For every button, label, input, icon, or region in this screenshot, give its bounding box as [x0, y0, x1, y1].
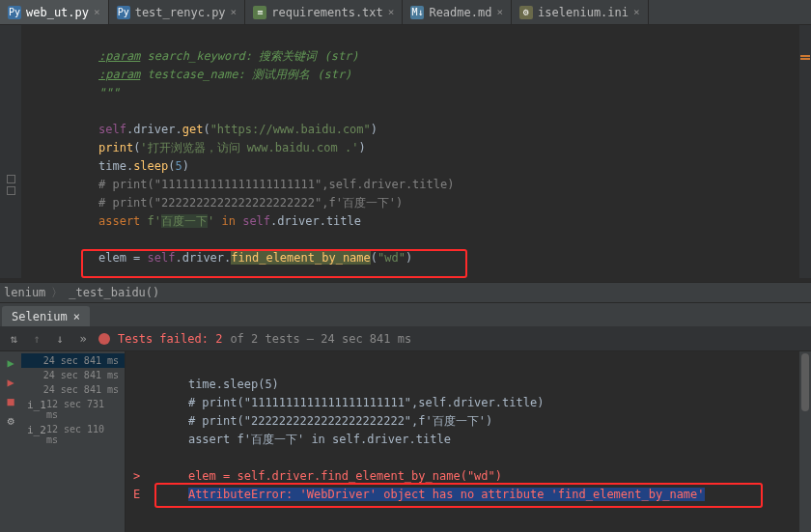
- close-icon[interactable]: ×: [94, 6, 100, 18]
- docstring-end: """: [98, 86, 120, 99]
- run-panel-tab[interactable]: Selenium ×: [2, 306, 90, 326]
- rerun-failed-icon[interactable]: ▶: [3, 375, 18, 390]
- close-icon[interactable]: ×: [231, 6, 238, 18]
- output-line: elem = self.driver.find_element_by_name(…: [188, 469, 502, 483]
- output-line: # print("2222222222222222222222",f'百度一下'…: [188, 414, 492, 428]
- down-arrow-icon[interactable]: ↓: [52, 331, 68, 347]
- tree-label: i_1: [27, 399, 46, 420]
- tab-requirements[interactable]: ≡ requirements.txt ×: [245, 0, 403, 24]
- code-text: .driver.: [126, 123, 182, 136]
- editor-tabs: Py web_ut.py × Py test_renyc.py × ≡ requ…: [0, 0, 811, 25]
- code-text: ): [371, 123, 378, 136]
- chevron-right-icon: 〉: [51, 285, 63, 301]
- settings-icon[interactable]: ⚙: [3, 413, 18, 429]
- tab-web-ut[interactable]: Py web_ut.py ×: [0, 0, 109, 24]
- tab-label: iselenium.ini: [538, 6, 629, 19]
- tree-time: 24 sec 841 ms: [43, 355, 119, 366]
- tree-time: 12 sec 731 ms: [46, 399, 119, 420]
- code-text: (: [203, 123, 210, 136]
- code-text: .driver.title: [270, 214, 361, 228]
- warning-tick-icon: [800, 58, 810, 60]
- docstring-param-tag: :param: [98, 68, 140, 81]
- breadcrumb: lenium 〉 _test_baidu(): [0, 282, 811, 303]
- fail-status-icon: [98, 333, 110, 345]
- tree-label: i_2: [27, 424, 46, 445]
- tab-readme[interactable]: M↓ Readme.md ×: [403, 0, 512, 24]
- close-icon[interactable]: ×: [388, 6, 395, 18]
- tests-failed-label: Tests failed: 2: [118, 332, 222, 346]
- code-number: 5: [175, 159, 182, 173]
- code-self: self: [242, 214, 270, 228]
- close-icon[interactable]: ×: [73, 310, 80, 323]
- fold-icon[interactable]: [7, 186, 15, 195]
- docstring-param-tag: :param: [98, 49, 140, 63]
- stop-icon[interactable]: ■: [3, 394, 18, 409]
- filter-icon[interactable]: ⇅: [6, 331, 21, 347]
- test-tree-row[interactable]: 24 sec 841 ms: [21, 382, 125, 397]
- code-kw: in: [221, 214, 242, 228]
- close-icon[interactable]: ×: [496, 6, 503, 18]
- warning-tick-icon: [800, 55, 810, 57]
- code-string: '打开浏览器，访问 www.baidu.com .': [140, 141, 358, 154]
- close-icon[interactable]: ×: [633, 6, 640, 18]
- annotation-highlight-box: [154, 483, 763, 508]
- output-scrollbar[interactable]: [799, 351, 811, 532]
- code-string: f': [148, 214, 161, 228]
- test-toolbar: ⇅ ↑ ↓ » Tests failed: 2 of 2 tests – 24 …: [0, 326, 811, 351]
- output-line: time.sleep(5): [188, 378, 279, 391]
- code-string: "https://www.baidu.com": [210, 123, 371, 136]
- output-margin: [133, 412, 160, 431]
- code-text: ): [182, 159, 189, 173]
- rerun-icon[interactable]: ▶: [3, 355, 18, 371]
- more-icon[interactable]: »: [75, 331, 91, 347]
- tab-label: requirements.txt: [271, 6, 383, 19]
- python-file-icon: Py: [117, 6, 130, 19]
- test-tree-row[interactable]: 24 sec 841 ms: [21, 353, 125, 368]
- code-fn: print: [98, 141, 133, 154]
- test-tree: 24 sec 841 ms 24 sec 841 ms 24 sec 841 m…: [21, 351, 126, 532]
- test-tree-row[interactable]: 24 sec 841 ms: [21, 368, 125, 382]
- fold-icon[interactable]: [7, 175, 15, 183]
- output-line: # print("1111111111111111111111",self.dr…: [188, 396, 544, 409]
- tests-summary-label: of 2 tests – 24 sec 841 ms: [230, 332, 411, 346]
- code-comment: # print("1111111111111111111111",self.dr…: [98, 178, 454, 191]
- scrollbar-thumb[interactable]: [801, 353, 809, 411]
- tab-label: test_renyc.py: [135, 6, 226, 19]
- tree-time: 12 sec 110 ms: [46, 424, 119, 445]
- code-fn: get: [182, 123, 204, 136]
- output-margin: [133, 431, 160, 449]
- code-comment: # print("2222222222222222222222",f'百度一下'…: [98, 196, 403, 210]
- ini-file-icon: ⚙: [519, 6, 533, 19]
- tab-iselenium-ini[interactable]: ⚙ iselenium.ini ×: [512, 0, 649, 24]
- annotation-highlight-box: [81, 249, 467, 278]
- code-kw: assert: [98, 214, 148, 228]
- output-line: assert f'百度一下' in self.driver.title: [188, 433, 451, 446]
- text-file-icon: ≡: [253, 6, 266, 19]
- test-tree-row[interactable]: i_112 sec 731 ms: [21, 397, 125, 422]
- run-side-toolbar: ▶ ▶ ■ ⚙: [0, 351, 21, 532]
- python-file-icon: Py: [8, 6, 21, 19]
- tab-test-renyc[interactable]: Py test_renyc.py ×: [109, 0, 246, 24]
- docstring-text: 搜索关键词 (str): [259, 49, 358, 63]
- output-margin: [133, 394, 160, 412]
- tree-time: 24 sec 841 ms: [43, 370, 119, 380]
- code-text: time.: [98, 159, 133, 173]
- editor-minimap[interactable]: [799, 25, 811, 278]
- code-string: 百度一下: [161, 214, 208, 228]
- docstring-text: search_keyword:: [148, 49, 252, 63]
- code-string: ': [208, 214, 221, 228]
- output-margin: [133, 376, 160, 394]
- code-fn: sleep: [133, 159, 168, 173]
- test-tree-row[interactable]: i_212 sec 110 ms: [21, 422, 125, 447]
- breadcrumb-segment[interactable]: _test_baidu(): [69, 286, 159, 299]
- code-self: self: [98, 123, 126, 136]
- docstring-text: 测试用例名 (str): [252, 68, 351, 81]
- editor-gutter: [0, 25, 21, 278]
- code-editor[interactable]: :param search_keyword: 搜索关键词 (str) :para…: [21, 25, 794, 278]
- breadcrumb-segment[interactable]: lenium: [4, 286, 45, 299]
- panel-tab-label: Selenium: [12, 310, 68, 323]
- code-text: ): [358, 141, 365, 154]
- docstring-text: testcase_name:: [148, 68, 245, 81]
- run-panel-header: Selenium ×: [0, 303, 811, 326]
- up-arrow-icon[interactable]: ↑: [29, 331, 44, 347]
